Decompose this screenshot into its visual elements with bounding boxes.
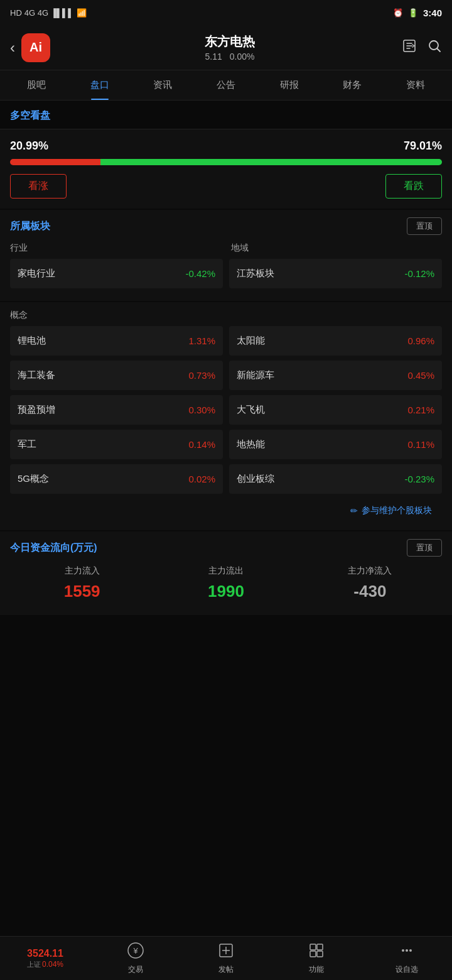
fund-columns: 主力流入 1559 主力流出 1990 主力净流入 -430 xyxy=(10,565,442,601)
concept-item-solar[interactable]: 太阳能 0.96% xyxy=(229,326,442,356)
logo-text: Ai xyxy=(30,40,42,55)
bottom-nav: 3524.11 上证 0.04% ¥ 交易 发帖 xyxy=(0,936,452,980)
shezhi-icon xyxy=(398,942,416,963)
concept-item-cyb[interactable]: 创业板综 -0.23% xyxy=(229,464,442,494)
concept-row-2: 预盈预增 0.30% 大飞机 0.21% xyxy=(10,395,442,425)
block-item-jiadianhanye[interactable]: 家电行业 -0.42% xyxy=(10,259,223,288)
svg-point-13 xyxy=(406,949,408,952)
concept-name-1-1: 新能源车 xyxy=(237,369,274,381)
fund-header: 今日资金流向(万元) 置顶 xyxy=(10,539,442,557)
gongneng-label: 功能 xyxy=(309,964,324,975)
fund-pin-button[interactable]: 置顶 xyxy=(407,539,442,557)
concept-row-1: 海工装备 0.73% 新能源车 0.45% xyxy=(10,361,442,390)
search-icon[interactable] xyxy=(427,38,442,57)
concept-pct-3-0: 0.14% xyxy=(188,439,215,450)
concept-item-ev[interactable]: 新能源车 0.45% xyxy=(229,361,442,390)
concept-pct-1-1: 0.45% xyxy=(407,370,434,381)
fund-col-net: 主力净流入 -430 xyxy=(298,565,442,601)
jiaoyi-label: 交易 xyxy=(128,964,143,975)
fund-inflow-value: 1559 xyxy=(10,582,154,601)
back-button[interactable]: ‹ xyxy=(10,39,15,57)
maintain-link[interactable]: ✏ 参与维护个股板块 xyxy=(10,499,442,523)
belong-row: 家电行业 -0.42% 江苏板块 -0.12% xyxy=(10,259,442,288)
concept-item-profit[interactable]: 预盈预增 0.30% xyxy=(10,395,223,425)
concept-pct-0-1: 0.96% xyxy=(407,335,434,346)
concept-name-4-0: 5G概念 xyxy=(18,473,49,485)
concept-name-0-0: 锂电池 xyxy=(18,335,46,347)
fund-net-value: -430 xyxy=(298,582,442,601)
concept-pct-1-0: 0.73% xyxy=(188,370,215,381)
tab-yanjiu[interactable]: 研报 xyxy=(257,70,321,100)
concept-pct-0-0: 1.31% xyxy=(188,335,215,346)
fund-outflow-label: 主力流出 xyxy=(154,565,298,577)
stock-price: 5.11 xyxy=(205,52,222,62)
tab-zixun[interactable]: 资讯 xyxy=(131,70,195,100)
bull-bear-header: 多空看盘 xyxy=(0,101,452,129)
bottom-shzhi-label: 上证 xyxy=(27,960,41,969)
fund-col-outflow: 主力流出 1990 xyxy=(154,565,298,601)
bottom-fapost[interactable]: 发帖 xyxy=(181,938,271,979)
concept-item-lithium[interactable]: 锂电池 1.31% xyxy=(10,326,223,356)
stock-name: 东方电热 xyxy=(58,33,402,50)
fapost-label: 发帖 xyxy=(218,964,234,975)
tab-caiwu[interactable]: 财务 xyxy=(321,70,384,100)
bull-bear-bar xyxy=(10,159,442,165)
concept-section: 概念 锂电池 1.31% 太阳能 0.96% 海工装备 0.73% 新能源车 0… xyxy=(0,302,452,530)
block-labels: 行业 地域 xyxy=(10,242,442,254)
svg-text:¥: ¥ xyxy=(132,946,138,956)
concept-name-1-0: 海工装备 xyxy=(18,369,55,381)
fund-section: 今日资金流向(万元) 置顶 主力流入 1559 主力流出 1990 主力净流入 … xyxy=(0,531,452,615)
belong-pin-button[interactable]: 置顶 xyxy=(407,217,442,235)
tab-gonggao[interactable]: 公告 xyxy=(195,70,258,100)
fund-net-label: 主力净流入 xyxy=(298,565,442,577)
concept-pct-4-0: 0.02% xyxy=(188,474,215,484)
bottom-shezhi[interactable]: 设自选 xyxy=(362,938,452,979)
stock-subtitle: 5.11 0.00% xyxy=(58,52,402,62)
jiaoyi-icon: ¥ xyxy=(127,942,144,963)
concept-item-offshore[interactable]: 海工装备 0.73% xyxy=(10,361,223,390)
concept-row-3: 军工 0.14% 地热能 0.11% xyxy=(10,430,442,459)
concept-row-4: 5G概念 0.02% 创业板综 -0.23% xyxy=(10,464,442,494)
concept-item-5g[interactable]: 5G概念 0.02% xyxy=(10,464,223,494)
concept-row-0: 锂电池 1.31% 太阳能 0.96% xyxy=(10,326,442,356)
concept-name-2-0: 预盈预增 xyxy=(18,404,55,416)
concept-item-military[interactable]: 军工 0.14% xyxy=(10,430,223,459)
concept-name-2-1: 大飞机 xyxy=(237,404,265,416)
status-time: 3:40 xyxy=(423,8,442,18)
fund-title: 今日资金流向(万元) xyxy=(10,542,97,555)
concept-label: 概念 xyxy=(10,310,442,321)
nav-tabs: 股吧 盘口 资讯 公告 研报 财务 资料 xyxy=(0,70,452,101)
bottom-gongneng[interactable]: 功能 xyxy=(271,938,362,979)
bull-button[interactable]: 看涨 xyxy=(10,174,67,199)
concept-pct-3-1: 0.11% xyxy=(407,439,434,450)
alarm-icon: ⏰ xyxy=(393,8,403,18)
bull-bear-percentages: 20.99% 79.01% xyxy=(10,139,442,153)
bottom-shzhi[interactable]: 3524.11 上证 0.04% xyxy=(0,944,90,972)
concept-pct-4-1: -0.23% xyxy=(404,474,434,484)
concept-pct-2-1: 0.21% xyxy=(407,405,434,415)
bottom-jiaoyi[interactable]: ¥ 交易 xyxy=(90,938,181,979)
tab-ziliao[interactable]: 资料 xyxy=(384,70,447,100)
bull-bear-section: 20.99% 79.01% 看涨 看跌 xyxy=(0,129,452,209)
tab-guba[interactable]: 股吧 xyxy=(5,70,68,100)
bottom-shzhi-change: 0.04% xyxy=(42,960,63,969)
concept-name-3-1: 地热能 xyxy=(237,438,265,450)
concept-name-4-1: 创业板综 xyxy=(237,473,274,485)
bull-bear-title: 多空看盘 xyxy=(10,109,50,122)
bear-percent: 79.01% xyxy=(404,139,442,153)
edit-icon: ✏ xyxy=(350,506,358,516)
export-icon[interactable] xyxy=(402,38,417,57)
app-logo: Ai xyxy=(21,33,50,62)
concept-item-geothermal[interactable]: 地热能 0.11% xyxy=(229,430,442,459)
concept-item-bigplane[interactable]: 大飞机 0.21% xyxy=(229,395,442,425)
bear-button[interactable]: 看跌 xyxy=(385,174,442,199)
status-bar: HD 4G 4G ▐▌▌▌ 📶 ⏰ 🔋 3:40 xyxy=(0,0,452,25)
region-label: 地域 xyxy=(231,242,442,254)
header-icons xyxy=(402,38,442,57)
block-pct-1: -0.12% xyxy=(404,268,434,279)
svg-rect-9 xyxy=(317,944,323,950)
fund-outflow-value: 1990 xyxy=(154,582,298,601)
gongneng-icon xyxy=(308,942,325,963)
tab-pankou[interactable]: 盘口 xyxy=(68,70,132,100)
block-item-jiangsupankuai[interactable]: 江苏板块 -0.12% xyxy=(229,259,442,288)
